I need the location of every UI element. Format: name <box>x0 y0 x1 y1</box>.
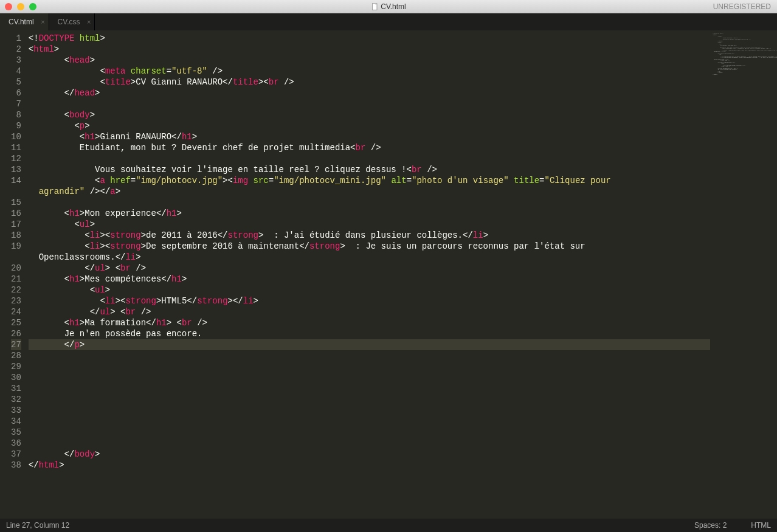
code-area[interactable]: <!DOCTYPE html><html> <head> <meta chars… <box>29 30 710 519</box>
minimap-content: <!DOCTYPE html><html> <head> <meta chars… <box>710 30 777 78</box>
maximize-icon[interactable] <box>29 3 36 10</box>
status-position[interactable]: Line 27, Column 12 <box>6 521 69 530</box>
window-title: CV.html <box>371 2 406 11</box>
close-icon[interactable]: × <box>41 18 44 26</box>
tab-label: CV.html <box>9 18 34 26</box>
close-icon[interactable]: × <box>87 18 91 26</box>
unregistered-label: UNREGISTERED <box>713 2 771 11</box>
status-bar: Line 27, Column 12 Spaces: 2 HTML <box>0 519 777 532</box>
window-title-text: CV.html <box>381 2 406 11</box>
window-titlebar: CV.html UNREGISTERED <box>0 0 777 13</box>
traffic-lights <box>5 3 36 10</box>
file-icon <box>371 3 378 10</box>
minimap[interactable]: <!DOCTYPE html><html> <head> <meta chars… <box>710 30 777 519</box>
tab-cv-css[interactable]: CV.css × <box>49 13 95 30</box>
minimize-icon[interactable] <box>17 3 24 10</box>
close-icon[interactable] <box>5 3 12 10</box>
status-syntax[interactable]: HTML <box>751 521 771 530</box>
tab-bar: CV.html × CV.css × <box>0 13 777 30</box>
editor-area: 1234567891011121314151617181920212223242… <box>0 30 777 519</box>
status-spaces[interactable]: Spaces: 2 <box>694 521 727 530</box>
line-gutter: 1234567891011121314151617181920212223242… <box>0 30 29 519</box>
tab-cv-html[interactable]: CV.html × <box>0 13 49 30</box>
tab-label: CV.css <box>58 18 80 26</box>
